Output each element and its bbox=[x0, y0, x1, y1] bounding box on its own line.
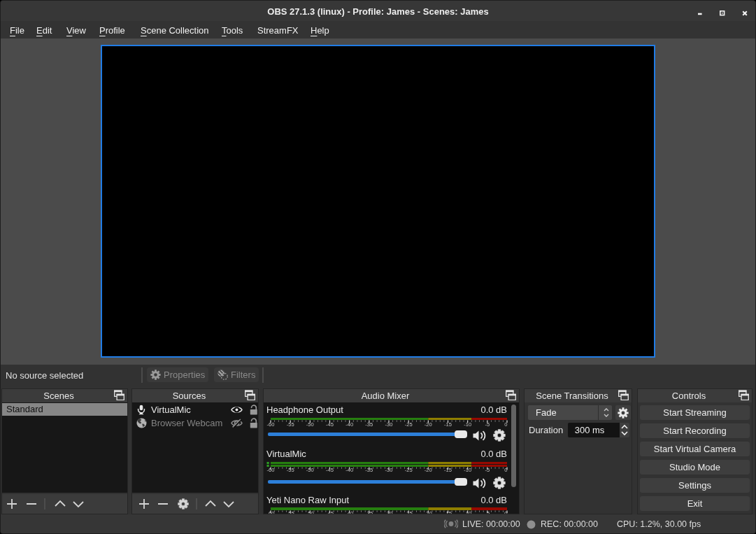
svg-text:-55: -55 bbox=[287, 467, 294, 473]
svg-text:-60: -60 bbox=[267, 510, 275, 514]
svg-text:-15: -15 bbox=[444, 510, 452, 514]
svg-text:-5: -5 bbox=[485, 467, 490, 473]
svg-text:-20: -20 bbox=[425, 421, 432, 428]
svg-text:-35: -35 bbox=[365, 467, 373, 473]
svg-text:-40: -40 bbox=[345, 421, 353, 428]
svg-text:-15: -15 bbox=[444, 467, 452, 473]
svg-text:-60: -60 bbox=[267, 421, 275, 428]
svg-text:-5: -5 bbox=[485, 510, 490, 514]
svg-text:-10: -10 bbox=[464, 421, 471, 428]
svg-text:-30: -30 bbox=[385, 421, 393, 428]
svg-text:0: 0 bbox=[504, 467, 507, 473]
svg-text:-45: -45 bbox=[326, 510, 334, 514]
svg-text:-50: -50 bbox=[306, 467, 314, 473]
svg-text:-60: -60 bbox=[267, 467, 275, 473]
svg-text:-50: -50 bbox=[306, 510, 314, 514]
svg-text:-55: -55 bbox=[287, 421, 294, 428]
svg-text:0: 0 bbox=[504, 421, 507, 428]
svg-text:-50: -50 bbox=[306, 421, 314, 428]
svg-text:-10: -10 bbox=[464, 510, 471, 514]
svg-text:-35: -35 bbox=[365, 510, 373, 514]
svg-text:-45: -45 bbox=[326, 421, 334, 428]
svg-text:-20: -20 bbox=[425, 467, 432, 473]
svg-text:0: 0 bbox=[504, 510, 507, 514]
svg-text:-40: -40 bbox=[345, 467, 353, 473]
svg-text:-35: -35 bbox=[365, 421, 373, 428]
svg-text:-15: -15 bbox=[444, 421, 452, 428]
svg-text:-45: -45 bbox=[326, 467, 334, 473]
svg-text:-20: -20 bbox=[425, 510, 432, 514]
svg-text:-25: -25 bbox=[405, 510, 413, 514]
svg-text:-40: -40 bbox=[345, 510, 353, 514]
svg-text:-25: -25 bbox=[405, 467, 413, 473]
svg-text:-5: -5 bbox=[485, 421, 490, 428]
svg-text:-30: -30 bbox=[385, 467, 393, 473]
svg-text:-55: -55 bbox=[287, 510, 294, 514]
svg-text:-30: -30 bbox=[385, 510, 393, 514]
svg-text:-25: -25 bbox=[405, 421, 413, 428]
svg-text:-10: -10 bbox=[464, 467, 471, 473]
